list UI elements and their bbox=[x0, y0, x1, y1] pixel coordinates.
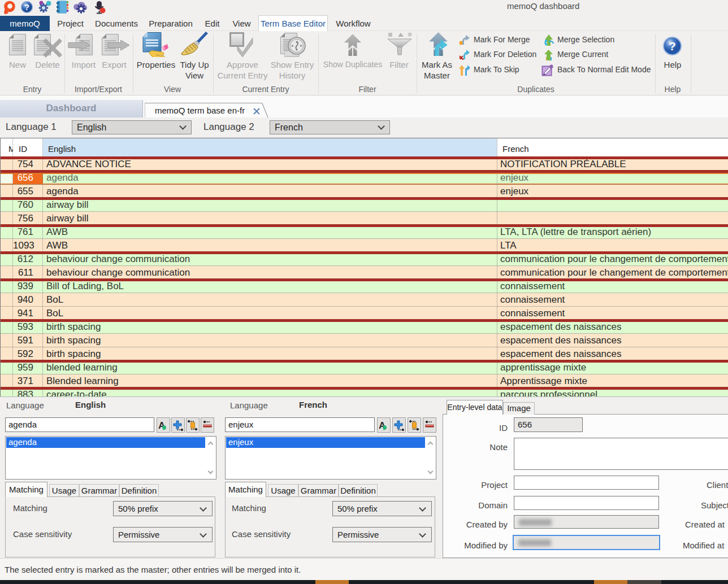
svg-text:?: ? bbox=[24, 3, 29, 12]
svg-text:?: ? bbox=[669, 40, 676, 53]
